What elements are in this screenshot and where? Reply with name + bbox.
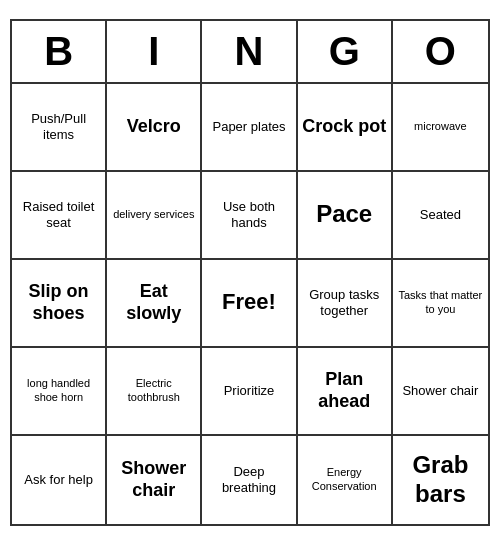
bingo-cell-24: Grab bars (393, 436, 488, 524)
bingo-cell-20: Ask for help (12, 436, 107, 524)
bingo-cell-14: Tasks that matter to you (393, 260, 488, 348)
bingo-card: BINGO Push/Pull itemsVelcroPaper platesC… (10, 19, 490, 526)
bingo-cell-5: Raised toilet seat (12, 172, 107, 260)
bingo-cell-15: long handled shoe horn (12, 348, 107, 436)
bingo-cell-4: microwave (393, 84, 488, 172)
bingo-cell-23: Energy Conservation (298, 436, 393, 524)
bingo-cell-16: Electric toothbrush (107, 348, 202, 436)
bingo-cell-21: Shower chair (107, 436, 202, 524)
bingo-cell-2: Paper plates (202, 84, 297, 172)
bingo-letter-N: N (202, 21, 297, 82)
bingo-cell-22: Deep breathing (202, 436, 297, 524)
bingo-cell-8: Pace (298, 172, 393, 260)
bingo-cell-1: Velcro (107, 84, 202, 172)
bingo-grid: Push/Pull itemsVelcroPaper platesCrock p… (12, 84, 488, 524)
bingo-cell-6: delivery services (107, 172, 202, 260)
bingo-cell-18: Plan ahead (298, 348, 393, 436)
bingo-cell-9: Seated (393, 172, 488, 260)
bingo-letter-O: O (393, 21, 488, 82)
bingo-cell-17: Prioritize (202, 348, 297, 436)
bingo-cell-13: Group tasks together (298, 260, 393, 348)
bingo-cell-10: Slip on shoes (12, 260, 107, 348)
bingo-header: BINGO (12, 21, 488, 84)
bingo-cell-12: Free! (202, 260, 297, 348)
bingo-cell-0: Push/Pull items (12, 84, 107, 172)
bingo-letter-G: G (298, 21, 393, 82)
bingo-cell-11: Eat slowly (107, 260, 202, 348)
bingo-cell-3: Crock pot (298, 84, 393, 172)
bingo-cell-7: Use both hands (202, 172, 297, 260)
bingo-letter-B: B (12, 21, 107, 82)
bingo-letter-I: I (107, 21, 202, 82)
bingo-cell-19: Shower chair (393, 348, 488, 436)
